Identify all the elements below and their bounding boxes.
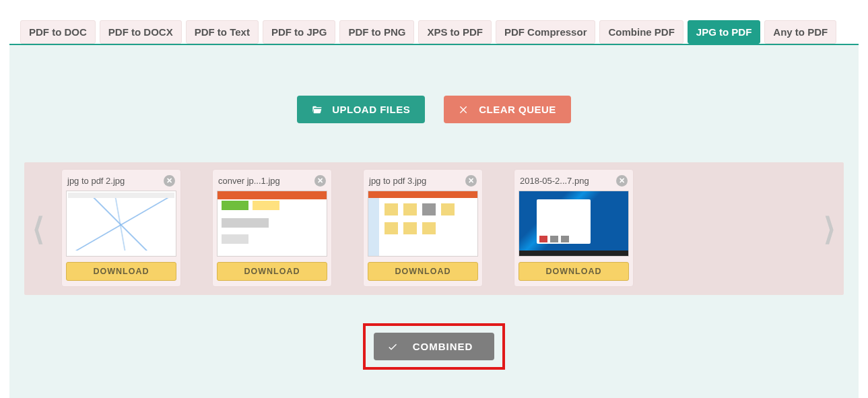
file-card-header: 2018-05-2...7.png✕ [519,174,629,191]
clear-queue-button[interactable]: CLEAR QUEUE [444,96,571,123]
download-button[interactable]: DOWNLOAD [519,262,629,281]
file-thumbnail [217,191,327,257]
file-card-header: jpg to pdf 3.jpg✕ [368,174,478,191]
combined-label: COMBINED [413,341,473,352]
remove-file-icon[interactable]: ✕ [465,175,477,187]
main-panel: UPLOAD FILES CLEAR QUEUE ⟨ ⟩ jpg to pdf … [9,44,859,398]
tab-pdf-to-jpg[interactable]: PDF to JPG [263,20,336,44]
file-thumbnail [368,191,478,257]
carousel-next-arrow[interactable]: ⟩ [824,211,836,247]
file-name: conver jp...1.jpg [218,176,280,186]
file-card: conver jp...1.jpg✕DOWNLOAD [212,169,332,287]
clear-queue-label: CLEAR QUEUE [479,104,556,115]
carousel-prev-arrow[interactable]: ⟨ [32,211,44,247]
file-card-header: conver jp...1.jpg✕ [217,174,327,191]
file-thumbnail [66,191,176,257]
file-name: jpg to pdf 2.jpg [67,176,125,186]
tab-pdf-to-text[interactable]: PDF to Text [186,20,259,44]
upload-files-button[interactable]: UPLOAD FILES [297,96,425,123]
download-button[interactable]: DOWNLOAD [368,262,478,281]
tab-pdf-to-docx[interactable]: PDF to DOCX [100,20,182,44]
file-name: 2018-05-2...7.png [520,176,589,186]
file-name: jpg to pdf 3.jpg [369,176,426,186]
conversion-tabs: PDF to DOCPDF to DOCXPDF to TextPDF to J… [0,20,868,44]
combined-highlight-box: COMBINED [9,323,859,370]
remove-file-icon[interactable]: ✕ [616,175,628,187]
tab-jpg-to-pdf[interactable]: JPG to PDF [688,20,761,44]
tab-any-to-pdf[interactable]: Any to PDF [764,20,836,44]
close-icon [459,104,469,115]
combined-button[interactable]: COMBINED [374,333,495,360]
file-thumbnail [519,191,629,257]
file-card: jpg to pdf 3.jpg✕DOWNLOAD [363,169,483,287]
tab-pdf-to-png[interactable]: PDF to PNG [339,20,414,44]
download-button[interactable]: DOWNLOAD [217,262,327,281]
file-carousel: ⟨ ⟩ jpg to pdf 2.jpg✕DOWNLOADconver jp..… [24,162,844,295]
file-card: 2018-05-2...7.png✕DOWNLOAD [514,169,634,287]
remove-file-icon[interactable]: ✕ [164,175,175,187]
file-card-list: jpg to pdf 2.jpg✕DOWNLOADconver jp...1.j… [61,169,807,287]
tab-pdf-compressor[interactable]: PDF Compressor [496,20,596,44]
tab-combine-pdf[interactable]: Combine PDF [599,20,683,44]
remove-file-icon[interactable]: ✕ [314,175,326,187]
tab-xps-to-pdf[interactable]: XPS to PDF [418,20,492,44]
tab-pdf-to-doc[interactable]: PDF to DOC [20,20,96,44]
download-button[interactable]: DOWNLOAD [66,262,176,281]
check-icon [387,341,398,352]
action-row: UPLOAD FILES CLEAR QUEUE [9,96,859,123]
combined-callout: COMBINED [363,323,506,370]
file-card: jpg to pdf 2.jpg✕DOWNLOAD [61,169,181,287]
upload-files-label: UPLOAD FILES [332,104,410,115]
file-card-header: jpg to pdf 2.jpg✕ [66,174,176,191]
folder-open-icon [312,104,323,115]
